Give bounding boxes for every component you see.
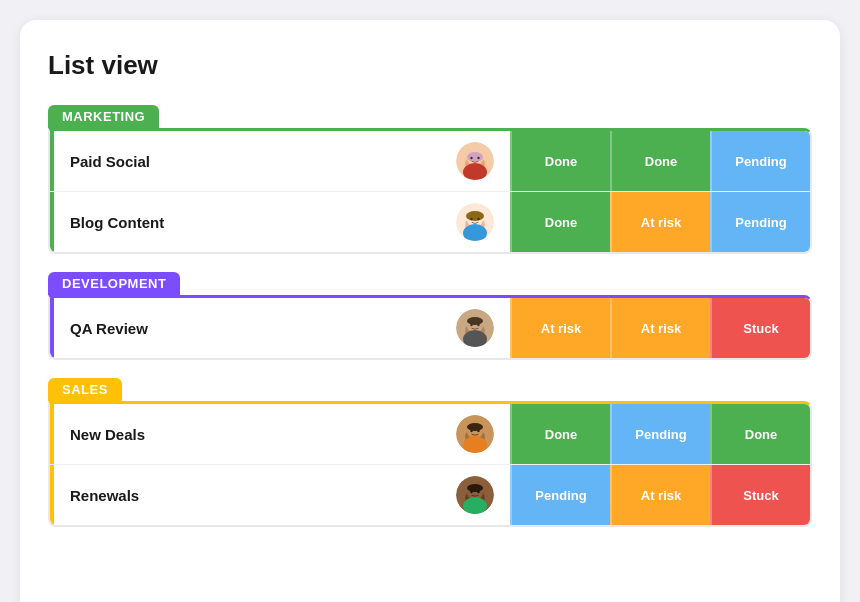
status-cells: At riskAt riskStuck <box>510 298 810 358</box>
group-development: DEVELOPMENTQA Review At riskAt riskStuck <box>48 272 812 360</box>
table-row[interactable]: Blog Content DoneAt riskPending <box>50 192 810 252</box>
row-label-area: New Deals <box>50 404 510 464</box>
status-badge[interactable]: Done <box>610 131 710 191</box>
status-badge[interactable]: Pending <box>710 192 810 252</box>
status-badge[interactable]: Done <box>710 404 810 464</box>
svg-point-32 <box>470 491 472 493</box>
group-header-sales: SALES <box>48 378 122 401</box>
status-badge[interactable]: At risk <box>610 298 710 358</box>
svg-point-19 <box>477 324 479 326</box>
row-label-area: Renewals <box>50 465 510 525</box>
svg-point-24 <box>467 423 483 431</box>
status-badge[interactable]: At risk <box>610 465 710 525</box>
row-name: Paid Social <box>54 153 456 170</box>
status-badge[interactable]: Done <box>510 192 610 252</box>
group-header-marketing: MARKETING <box>48 105 159 128</box>
table-row[interactable]: Renewals PendingAt riskStuck <box>50 465 810 525</box>
row-name: QA Review <box>54 320 456 337</box>
status-badge[interactable]: Pending <box>610 404 710 464</box>
row-name: Blog Content <box>54 214 456 231</box>
page-title: List view <box>48 50 812 81</box>
svg-point-18 <box>470 324 472 326</box>
svg-point-10 <box>466 211 484 221</box>
table-row[interactable]: QA Review At riskAt riskStuck <box>50 298 810 358</box>
status-badge[interactable]: At risk <box>510 298 610 358</box>
svg-point-11 <box>470 218 472 220</box>
group-body-development: QA Review At riskAt riskStuck <box>48 295 812 360</box>
status-badge[interactable]: Done <box>510 131 610 191</box>
avatar <box>456 476 494 514</box>
status-badge[interactable]: Stuck <box>710 465 810 525</box>
row-name: Renewals <box>54 487 456 504</box>
row-label-area: QA Review <box>50 298 510 358</box>
status-badge[interactable]: At risk <box>610 192 710 252</box>
avatar <box>456 309 494 347</box>
group-marketing: MARKETINGPaid Social DoneDonePendingBlog… <box>48 105 812 254</box>
row-name: New Deals <box>54 426 456 443</box>
row-label-area: Blog Content <box>50 192 510 252</box>
status-badge[interactable]: Pending <box>510 465 610 525</box>
svg-point-5 <box>477 157 479 159</box>
status-cells: DonePendingDone <box>510 404 810 464</box>
avatar <box>456 142 494 180</box>
status-cells: PendingAt riskStuck <box>510 465 810 525</box>
svg-point-26 <box>477 430 479 432</box>
group-body-sales: New Deals DonePendingDoneRenewals Pendin… <box>48 401 812 527</box>
svg-point-25 <box>470 430 472 432</box>
table-row[interactable]: New Deals DonePendingDone <box>50 404 810 465</box>
main-card: List view MARKETINGPaid Social DoneDoneP… <box>20 20 840 602</box>
svg-point-4 <box>470 157 472 159</box>
status-badge[interactable]: Pending <box>710 131 810 191</box>
svg-point-33 <box>477 491 479 493</box>
status-badge[interactable]: Stuck <box>710 298 810 358</box>
svg-point-12 <box>477 218 479 220</box>
svg-point-17 <box>467 317 483 325</box>
svg-point-3 <box>467 152 483 162</box>
group-header-development: DEVELOPMENT <box>48 272 180 295</box>
status-cells: DoneAt riskPending <box>510 192 810 252</box>
row-label-area: Paid Social <box>50 131 510 191</box>
status-cells: DoneDonePending <box>510 131 810 191</box>
avatar <box>456 415 494 453</box>
group-body-marketing: Paid Social DoneDonePendingBlog Content … <box>48 128 812 254</box>
table-row[interactable]: Paid Social DoneDonePending <box>50 131 810 192</box>
status-badge[interactable]: Done <box>510 404 610 464</box>
svg-point-31 <box>467 484 483 492</box>
avatar <box>456 203 494 241</box>
group-sales: SALESNew Deals DonePendingDoneRenewals P… <box>48 378 812 527</box>
